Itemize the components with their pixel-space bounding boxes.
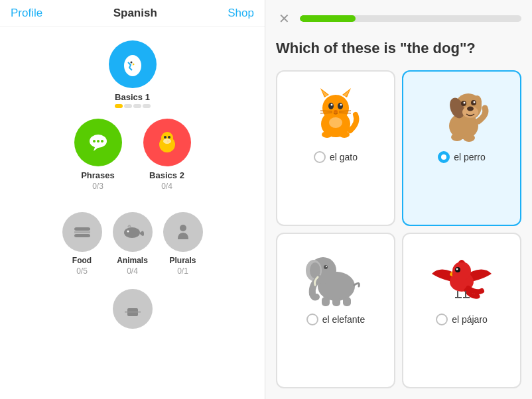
skill-food[interactable]: Food 0/5 (62, 212, 102, 276)
svg-point-64 (456, 268, 458, 270)
progress-dot-1 (115, 104, 123, 108)
skill-animals[interactable]: Animals 0/4 (113, 212, 153, 276)
svg-point-5 (93, 140, 96, 142)
skill-label-animals: Animals (117, 256, 148, 265)
skill-label-basics2: Basics 2 (149, 170, 184, 180)
svg-point-28 (328, 103, 334, 109)
svg-point-17 (124, 227, 140, 238)
cat-icon (306, 83, 366, 142)
svg-point-31 (340, 104, 342, 106)
locked-icon (121, 298, 144, 320)
option-perro[interactable]: el perro (402, 70, 521, 226)
option-label-perro: el perro (454, 152, 485, 162)
progress-bar-fill (300, 15, 356, 22)
option-label-pajaro: el pájaro (452, 314, 488, 325)
skill-subtext-phrases: 0/3 (92, 182, 103, 191)
left-panel: Profile Spanish Shop Basics 1 (0, 0, 265, 399)
option-label-gato: el gato (330, 152, 358, 162)
skill-plurals[interactable]: Plurals 0/1 (163, 212, 203, 276)
svg-rect-16 (74, 234, 90, 237)
option-elefante[interactable]: el elefante (276, 233, 395, 388)
option-footer-pajaro: el pájaro (436, 314, 488, 325)
food-icon (71, 221, 94, 243)
progress-dot-4 (143, 104, 151, 108)
svg-point-18 (127, 231, 129, 233)
svg-point-50 (451, 133, 463, 141)
svg-point-51 (463, 134, 475, 142)
skills-container: Basics 1 (0, 27, 265, 342)
skill-label-plurals: Plurals (169, 256, 196, 265)
svg-point-62 (452, 262, 471, 280)
svg-point-48 (464, 102, 466, 104)
dog-icon (432, 83, 492, 142)
skill-subtext-animals: 0/4 (127, 266, 138, 276)
svg-rect-60 (343, 297, 351, 306)
radio-pajaro[interactable] (436, 314, 448, 325)
skill-phrases[interactable]: Phrases 0/3 (74, 119, 122, 191)
skill-basics1[interactable]: Basics 1 (109, 40, 157, 108)
skill-subtext-food: 0/5 (76, 266, 88, 276)
profile-link[interactable]: Profile (11, 7, 42, 20)
skill-subtext-basics2: 0/4 (161, 182, 172, 191)
skill-label-basics1: Basics 1 (115, 92, 150, 102)
svg-point-12 (168, 136, 170, 139)
option-footer-elefante: el elefante (306, 314, 366, 325)
svg-point-57 (326, 266, 327, 267)
option-footer-gato: el gato (314, 151, 358, 163)
plurals-icon (172, 221, 194, 243)
radio-perro[interactable] (438, 151, 450, 163)
skill-circle-basics2 (143, 119, 191, 166)
animals-icon (120, 219, 145, 245)
progress-bar-container (300, 15, 521, 22)
svg-point-45 (467, 107, 474, 111)
skill-circle-animals (113, 212, 153, 252)
right-panel: ✕ Which of these is "the dog"? (265, 0, 532, 399)
skill-row-3: Food 0/5 Animals 0/ (62, 212, 203, 276)
svg-point-13 (163, 139, 171, 144)
option-footer-perro: el perro (438, 151, 485, 163)
option-gato[interactable]: el gato (276, 70, 395, 226)
option-image-elefante (299, 242, 372, 308)
skill-circle-basics1 (109, 40, 157, 88)
option-image-pajaro (425, 242, 498, 308)
option-label-elefante: el elefante (322, 314, 366, 325)
svg-rect-59 (332, 297, 340, 306)
svg-point-11 (164, 136, 166, 139)
progress-dot-3 (133, 104, 141, 108)
skill-label-food: Food (72, 256, 92, 265)
skill-basics2[interactable]: Basics 2 0/4 (143, 119, 191, 191)
svg-rect-14 (74, 227, 90, 231)
close-button[interactable]: ✕ (276, 11, 292, 27)
basics1-icon (119, 50, 147, 78)
svg-point-19 (180, 225, 186, 231)
svg-point-6 (97, 140, 100, 142)
svg-point-32 (334, 110, 338, 113)
radio-elefante[interactable] (306, 314, 318, 325)
shop-link[interactable]: Shop (228, 7, 254, 20)
svg-rect-15 (74, 231, 90, 233)
svg-point-2 (130, 62, 132, 64)
svg-point-29 (338, 103, 343, 109)
radio-gato[interactable] (314, 151, 326, 163)
svg-point-39 (339, 131, 350, 138)
svg-point-38 (322, 131, 332, 138)
svg-point-7 (101, 140, 103, 142)
basics2-icon (154, 129, 180, 156)
svg-point-49 (474, 101, 476, 103)
skill-circle-phrases (74, 119, 122, 166)
left-header: Profile Spanish Shop (0, 0, 265, 27)
elephant-icon (304, 245, 367, 305)
quiz-options: el gato (276, 70, 521, 388)
svg-marker-4 (94, 147, 99, 151)
progress-dot-2 (124, 104, 132, 108)
language-title: Spanish (113, 7, 157, 20)
quiz-header: ✕ (276, 11, 521, 27)
quiz-question: Which of these is "the dog"? (276, 40, 521, 57)
svg-point-30 (331, 104, 333, 106)
skill-subtext-plurals: 0/1 (177, 266, 188, 276)
svg-rect-21 (125, 311, 141, 313)
phrases-icon (86, 130, 111, 155)
skill-row-2: Phrases 0/3 (74, 119, 191, 201)
option-pajaro[interactable]: el pájaro (402, 233, 521, 388)
skill-locked-bottom[interactable] (113, 289, 153, 329)
